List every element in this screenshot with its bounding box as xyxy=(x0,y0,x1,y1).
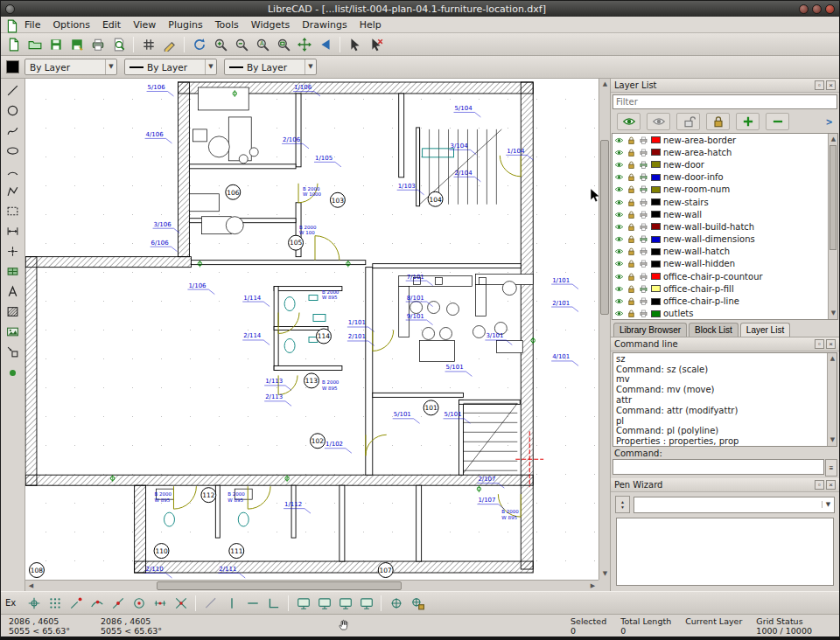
command-scrollbar[interactable]: ▲ ▼ xyxy=(827,353,836,446)
snap-intersection-button[interactable] xyxy=(171,594,191,613)
dock-right-button[interactable] xyxy=(314,594,334,613)
snap-entity-button[interactable] xyxy=(87,594,107,613)
tab-layer-list[interactable]: Layer List xyxy=(740,323,790,337)
table-tool-button[interactable] xyxy=(3,262,24,281)
pen-color-combo[interactable]: By Layer ▼ xyxy=(24,59,117,75)
dock-float-button[interactable]: ▫ xyxy=(815,80,824,90)
scroll-down-icon[interactable]: ▼ xyxy=(828,435,837,446)
relative-zero-button[interactable] xyxy=(386,594,406,613)
view-previous-button[interactable] xyxy=(315,35,335,54)
pen-wizard-list[interactable] xyxy=(616,518,834,586)
layer-row[interactable]: new-door xyxy=(612,158,828,170)
text-tool-button[interactable] xyxy=(3,282,24,301)
minimize-button[interactable] xyxy=(799,4,808,14)
pan-button[interactable] xyxy=(294,35,314,54)
snap-free-button[interactable] xyxy=(24,594,44,613)
block-tool-button[interactable] xyxy=(3,343,24,361)
dock-close-button[interactable]: × xyxy=(826,80,836,90)
scroll-up-icon[interactable]: ▲ xyxy=(828,353,837,365)
menu-help[interactable]: Help xyxy=(354,18,388,31)
layer-row[interactable]: new-wall-build-hatch xyxy=(612,220,828,233)
dock-float-button[interactable]: ▫ xyxy=(815,339,824,349)
layer-row[interactable]: new-area-hatch xyxy=(612,146,828,158)
menu-view[interactable]: View xyxy=(127,18,162,31)
command-history[interactable]: Command: pl (polyline)szCommand: sz (sca… xyxy=(612,352,837,447)
menu-edit[interactable]: Edit xyxy=(96,18,127,31)
layer-row[interactable]: new-wall-dimensions xyxy=(612,233,828,246)
layer-row[interactable]: new-area-border xyxy=(612,134,828,146)
scroll-right-icon[interactable]: ▶ xyxy=(587,581,598,592)
zoom-redraw-button[interactable] xyxy=(189,35,209,54)
layer-row[interactable]: office-chair-p-countour xyxy=(612,270,828,282)
pen-wizard-combo[interactable]: ▼ xyxy=(634,497,835,513)
select-button[interactable] xyxy=(345,35,365,54)
floor-plan[interactable]: 5/1061/1064/1062/1065/1043/1041/1052/104… xyxy=(25,79,598,580)
zoom-window-button[interactable] xyxy=(273,35,293,54)
restrict-vertical-button[interactable] xyxy=(221,594,242,613)
snap-center-button[interactable] xyxy=(129,594,149,613)
layer-row[interactable]: new-room-num xyxy=(612,184,828,196)
dock-float-button[interactable]: ▫ xyxy=(815,480,824,490)
point-tool-button[interactable] xyxy=(3,242,24,261)
restrict-orthogonal-button[interactable] xyxy=(263,594,284,613)
polyline-tool-button[interactable] xyxy=(3,182,24,200)
lock-all-layers-button[interactable] xyxy=(706,113,730,130)
layer-row[interactable]: office-chair-p-fill xyxy=(612,282,828,295)
add-layer-button[interactable] xyxy=(736,113,760,130)
remove-layer-button[interactable] xyxy=(766,113,789,130)
image-tool-button[interactable] xyxy=(3,323,24,341)
toolbar-overflow-chevron[interactable]: > xyxy=(826,117,833,127)
layer-filter-input[interactable] xyxy=(612,94,837,109)
command-options-button[interactable]: ≡ xyxy=(825,459,837,477)
pen-width-combo[interactable]: By Layer ▼ xyxy=(124,59,217,75)
layer-row[interactable]: outlets xyxy=(612,308,828,320)
unlock-all-layers-button[interactable] xyxy=(676,113,700,130)
dimension-tool-button[interactable] xyxy=(3,222,24,240)
snap-grid-button[interactable] xyxy=(45,594,65,613)
layer-row[interactable]: new-wall-hatch xyxy=(612,246,828,258)
scroll-down-icon[interactable]: ▼ xyxy=(599,568,611,580)
fullscreen-button[interactable] xyxy=(356,594,376,613)
dock-close-button[interactable]: × xyxy=(826,339,836,349)
scroll-up-icon[interactable]: ▲ xyxy=(599,79,611,90)
layer-row[interactable]: new-door-info xyxy=(612,171,828,184)
new-file-button[interactable] xyxy=(4,35,24,54)
grid-button[interactable] xyxy=(138,35,158,54)
window-menu-button[interactable] xyxy=(5,4,15,14)
pen-linetype-combo[interactable]: By Layer ▼ xyxy=(224,59,317,75)
arc-tool-button[interactable] xyxy=(3,162,24,180)
canvas-vertical-scrollbar[interactable]: ▲ ▼ xyxy=(598,79,610,580)
zoom-in-button[interactable] xyxy=(210,35,230,54)
scroll-left-icon[interactable]: ◀ xyxy=(25,581,37,592)
circle-tool-button[interactable] xyxy=(3,101,24,120)
ellipse-tool-button[interactable] xyxy=(3,142,24,160)
scroll-down-icon[interactable]: ▼ xyxy=(829,308,838,319)
draft-button[interactable] xyxy=(159,35,179,54)
print-button[interactable] xyxy=(88,35,108,54)
tab-library-browser[interactable]: Library Browser xyxy=(613,323,687,337)
open-file-button[interactable] xyxy=(24,35,45,54)
dock-left-button[interactable] xyxy=(293,594,313,613)
command-input[interactable] xyxy=(612,459,824,475)
layer-list-scrollbar[interactable]: ▲ ▼ xyxy=(828,134,837,319)
lock-relative-zero-button[interactable] xyxy=(407,594,427,613)
save-as-button[interactable] xyxy=(66,35,87,54)
print-preview-button[interactable] xyxy=(108,35,129,54)
menu-widgets[interactable]: Widgets xyxy=(245,18,296,31)
canvas-horizontal-scrollbar[interactable]: ◀ ▶ xyxy=(25,580,598,591)
menu-options[interactable]: Options xyxy=(46,18,95,31)
select-window-tool-button[interactable] xyxy=(3,202,24,220)
hide-all-layers-button[interactable] xyxy=(647,113,670,130)
restrict-horizontal-button[interactable] xyxy=(242,594,262,613)
menu-plugins[interactable]: Plugins xyxy=(162,18,208,31)
restrict-nothing-button[interactable] xyxy=(200,594,220,613)
show-all-layers-button[interactable] xyxy=(617,113,640,130)
layer-row[interactable]: new-stairs xyxy=(612,196,828,208)
scrollbar-thumb[interactable] xyxy=(830,145,836,250)
close-button[interactable] xyxy=(825,4,835,14)
dock-statusbar-button[interactable] xyxy=(335,594,355,613)
menu-tools[interactable]: Tools xyxy=(209,18,245,31)
spline-tool-button[interactable] xyxy=(3,122,24,140)
deselect-button[interactable] xyxy=(366,35,386,54)
maximize-button[interactable] xyxy=(812,4,822,14)
